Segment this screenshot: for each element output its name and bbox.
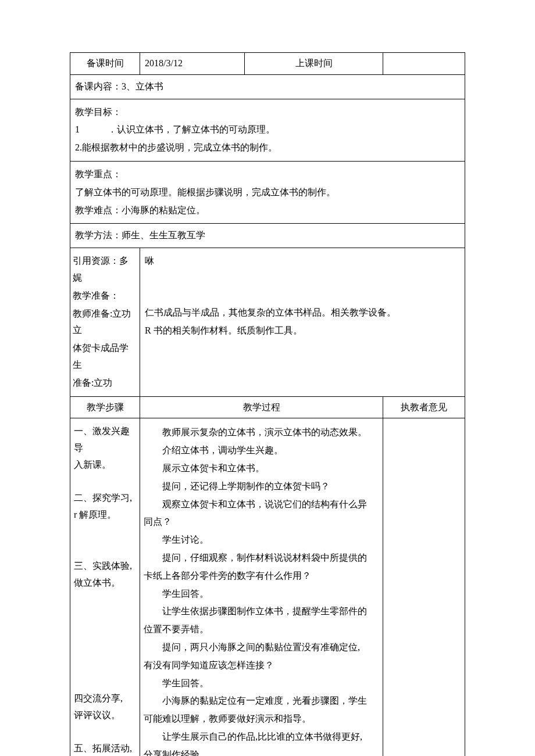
goal-2: 2.能根据教材中的步盛说明，完成立体书的制作。 [75, 139, 460, 156]
focus-title: 教学重点： [75, 166, 460, 183]
p13a: 让学生展示自己的作品,比比谁的立体书做得更好, [144, 729, 379, 746]
class-time-label: 上课时间 [245, 53, 383, 74]
hdr-proc: 教学过程 [140, 397, 383, 418]
p13b: 分享制作经验。 [144, 747, 379, 756]
p1: 教师展示复杂的立体书，演示立体书的动态效果。 [144, 424, 379, 441]
prep-r2: 仁书成品与半成品，其他复杂的立体书样品。相关教学设备。 [145, 304, 460, 321]
opinion-column [383, 418, 465, 756]
lesson-plan-table: 备课时间 2018/3/12 上课时间 备课内容：3、立体书 教学目标： 1 ．… [70, 52, 465, 756]
prep-right: 咻 仁书成品与半成品，其他复杂的立体书样品。相关教学设备。 R 书的相关制作材料… [140, 248, 465, 396]
method-line: 教学方法：师生、生生互教互学 [70, 224, 465, 248]
step-3b: 做立体书。 [74, 575, 136, 592]
goal-1: 1 ．认识立体书，了解立体书的可动原理。 [75, 121, 460, 138]
content-line: 备课内容：3、立体书 [70, 75, 465, 99]
p7a: 提问，仔细观察，制作材料说说材料袋中所提供的 [144, 550, 379, 567]
hdr-step: 教学步骤 [70, 397, 140, 418]
p10b: 有没有同学知道应该怎样连接？ [144, 657, 379, 674]
p11: 学生回答。 [144, 675, 379, 692]
prep-l2: 教学准备： [73, 288, 137, 304]
p10a: 提问，两只小海豚之间的黏贴位置没有准确定位, [144, 639, 379, 656]
goal-1-num: 1 [75, 124, 80, 134]
step-4a: 四交流分享, [74, 690, 136, 707]
prep-l1: 引用资源：多娓 [73, 253, 137, 286]
prep-l3: 教师准备:立功立 [73, 306, 137, 339]
process-column: 教师展示复杂的立体书，演示立体书的动态效果。 介绍立体书，调动学生兴趣。 展示立… [140, 418, 383, 756]
prep-l5: 准备:立功 [73, 375, 137, 392]
step-3a: 三、实践体验, [74, 558, 136, 575]
prep-r1: 咻 [145, 253, 460, 270]
prep-time-value: 2018/3/12 [140, 53, 245, 74]
p8: 学生回答。 [144, 586, 379, 603]
goals-title: 教学目标： [75, 104, 460, 121]
p12a: 小海豚的黏贴定位有一定难度，光看步骤图，学生 [144, 693, 379, 710]
p5a: 观察立体贺卡和立体书，说说它们的结构有什么异 [144, 496, 379, 513]
focus-line-2: 教学难点：小海豚的粘贴定位。 [75, 202, 460, 219]
p3: 展示立体贺卡和立体书。 [144, 460, 379, 477]
prep-left: 引用资源：多娓 教学准备： 教师准备:立功立 体贺卡成品学生 准备:立功 [70, 248, 140, 396]
body-row: 一、激发兴趣导 入新课。 二、探究学习, r 解原理。 三、实践体验, 做立体书… [70, 418, 465, 756]
step-5a: 五、拓展活动, [74, 740, 136, 756]
p9b: 位置不要弄错。 [144, 621, 379, 638]
step-2b: r 解原理。 [74, 507, 136, 524]
focus-block: 教学重点： 了解立体书的可动原理。能根据步骤说明，完成立体书的制作。 教学难点：… [70, 162, 465, 224]
p4: 提问，还记得上学期制作的立体贺卡吗？ [144, 478, 379, 495]
p12b: 可能难以理解，教师要做好演示和指导。 [144, 711, 379, 728]
class-time-value [383, 53, 465, 74]
goal-1-text: ．认识立体书，了解立体书的可动原理。 [108, 124, 275, 134]
step-4b: 评评议议。 [74, 707, 136, 724]
p6: 学生讨论。 [144, 532, 379, 549]
steps-column: 一、激发兴趣导 入新课。 二、探究学习, r 解原理。 三、实践体验, 做立体书… [70, 418, 140, 756]
column-headers: 教学步骤 教学过程 执教者意见 [70, 397, 465, 419]
focus-line-1: 了解立体书的可动原理。能根据步骤说明，完成立体书的制作。 [75, 184, 460, 201]
hdr-opinion: 执教者意见 [383, 397, 465, 418]
p2: 介绍立体书，调动学生兴趣。 [144, 442, 379, 459]
prep-row: 引用资源：多娓 教学准备： 教师准备:立功立 体贺卡成品学生 准备:立功 咻 仁… [70, 248, 465, 396]
row-times: 备课时间 2018/3/12 上课时间 [70, 53, 465, 75]
prep-l4: 体贺卡成品学生 [73, 340, 137, 374]
step-1a: 一、激发兴趣导 [74, 423, 136, 457]
p9a: 让学生依据步骤图制作立体书，提醒学生零部件的 [144, 603, 379, 620]
p5b: 同点？ [144, 514, 379, 531]
step-2a: 二、探究学习, [74, 490, 136, 507]
step-1b: 入新课。 [74, 457, 136, 474]
goals-block: 教学目标： 1 ．认识立体书，了解立体书的可动原理。 2.能根据教材中的步盛说明… [70, 99, 465, 162]
prep-r3: R 书的相关制作材料。纸质制作工具。 [145, 323, 460, 339]
prep-time-label: 备课时间 [70, 53, 140, 74]
p7b: 卡纸上各部分零件旁的数字有什么作用？ [144, 568, 379, 585]
